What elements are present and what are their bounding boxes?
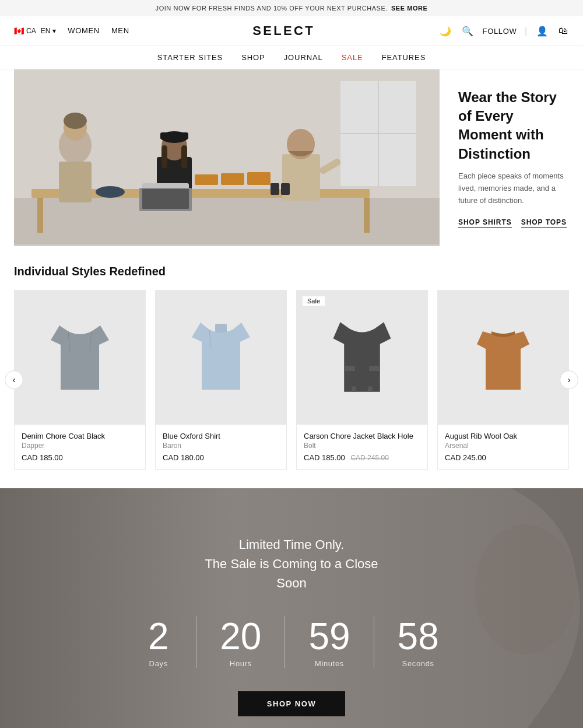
hero-section: Wear the Story of Every Moment with Dist…: [0, 69, 583, 246]
nav-features[interactable]: FEATURES: [382, 53, 426, 62]
locale-selector[interactable]: 🇨🇦 CA EN ▾: [14, 26, 56, 36]
hero-text-block: Wear the Story of Every Moment with Dist…: [458, 76, 569, 240]
product-price: CAD 185.00: [22, 453, 138, 462]
countdown-days: 2 Days: [121, 616, 196, 668]
countdown-heading-line1: Limited Time Only.: [239, 537, 345, 552]
product-brand: Arsenal: [445, 442, 561, 450]
header-right-actions: 🌙 🔍 FOLLOW | 👤 🛍: [438, 24, 569, 38]
lang-selector[interactable]: EN: [41, 27, 51, 35]
follow-link[interactable]: FOLLOW: [483, 27, 517, 36]
countdown-content: Limited Time Only. The Sale is Coming to…: [14, 535, 569, 716]
nav-journal[interactable]: JOURNAL: [284, 53, 323, 62]
product-image: [156, 290, 286, 425]
svg-rect-37: [368, 386, 372, 391]
nav-sale[interactable]: SALE: [342, 53, 363, 62]
main-nav: STARTER SITES SHOP JOURNAL SALE FEATURES: [0, 46, 583, 69]
svg-rect-17: [181, 145, 187, 169]
nav-men[interactable]: MEN: [111, 26, 129, 36]
shop-now-button[interactable]: SHOP NOW: [238, 691, 345, 716]
hero-body: Each piece speaks of moments lived, memo…: [458, 170, 569, 206]
product-name: August Rib Wool Oak: [445, 432, 561, 440]
countdown-days-number: 2: [144, 616, 173, 657]
countdown-seconds: 58 Seconds: [374, 616, 462, 668]
svg-rect-28: [271, 183, 279, 195]
svg-rect-15: [160, 132, 188, 139]
countdown-hours-label: Hours: [220, 659, 261, 668]
svg-rect-34: [344, 366, 355, 371]
product-image: [438, 290, 568, 425]
carousel-prev-button[interactable]: ‹: [5, 370, 23, 389]
countdown-timer: 2 Days 20 Hours 59 Minutes 58 Seconds: [14, 616, 569, 668]
lang-chevron-icon: ▾: [52, 27, 56, 35]
countdown-minutes-number: 59: [308, 616, 350, 657]
dark-mode-toggle[interactable]: 🌙: [438, 24, 452, 38]
product-card[interactable]: August Rib Wool Oak Arsenal CAD 245.00: [437, 290, 569, 470]
product-info: August Rib Wool Oak Arsenal CAD 245.00: [438, 425, 568, 469]
svg-point-27: [96, 186, 125, 198]
countdown-days-label: Days: [144, 659, 173, 668]
original-price: CAD 245.00: [350, 454, 388, 462]
countdown-seconds-label: Seconds: [398, 659, 439, 668]
countdown-heading-line2: The Sale is Coming to a Close: [205, 556, 378, 571]
locale-ca: CA: [26, 27, 36, 35]
topbar-link[interactable]: SEE MORE: [391, 5, 427, 12]
countdown-section: Limited Time Only. The Sale is Coming to…: [0, 488, 583, 728]
sale-price: CAD 185.00: [304, 453, 345, 462]
svg-rect-9: [59, 162, 92, 202]
product-brand: Bolt: [304, 442, 420, 450]
products-carousel: ‹ Denim Chore Coat Black Dapper: [14, 290, 569, 470]
products-section-title: Individual Styles Redefined: [14, 265, 569, 278]
product-card[interactable]: Sale Carson Chore Jacket Black Hole Bolt: [296, 290, 428, 470]
search-button[interactable]: 🔍: [461, 24, 475, 38]
svg-rect-33: [215, 324, 227, 332]
countdown-heading: Limited Time Only. The Sale is Coming to…: [14, 535, 569, 593]
account-button[interactable]: 👤: [535, 24, 549, 38]
svg-rect-3: [37, 198, 43, 233]
product-name: Denim Chore Coat Black: [22, 432, 138, 440]
top-bar: JOIN NOW FOR FRESH FINDS AND 10% OFF YOU…: [0, 0, 583, 16]
countdown-minutes: 59 Minutes: [285, 616, 374, 668]
svg-rect-25: [221, 173, 244, 185]
nav-starter-sites[interactable]: STARTER SITES: [157, 53, 223, 62]
products-section: Individual Styles Redefined ‹ Denim Chor…: [0, 246, 583, 488]
countdown-hours-number: 20: [220, 616, 261, 657]
svg-rect-26: [247, 172, 271, 185]
sale-badge: Sale: [303, 296, 325, 306]
svg-rect-29: [281, 183, 290, 195]
product-price: CAD 245.00: [445, 453, 561, 462]
svg-rect-20: [142, 189, 189, 209]
svg-rect-24: [195, 174, 218, 185]
countdown-minutes-label: Minutes: [308, 659, 350, 668]
topbar-message: JOIN NOW FOR FRESH FINDS AND 10% OFF YOU…: [156, 5, 388, 12]
svg-rect-16: [161, 145, 167, 169]
product-image: Sale: [297, 290, 427, 425]
nav-women[interactable]: WOMEN: [68, 26, 100, 36]
product-name: Carson Chore Jacket Black Hole: [304, 432, 420, 440]
header: 🇨🇦 CA EN ▾ WOMEN MEN SELECT 🌙 🔍 FOLLOW |…: [0, 16, 583, 46]
product-info: Denim Chore Coat Black Dapper CAD 185.00: [15, 425, 145, 469]
shop-tops-link[interactable]: SHOP TOPS: [521, 218, 567, 228]
countdown-seconds-number: 58: [398, 616, 439, 657]
shop-shirts-link[interactable]: SHOP SHIRTS: [458, 218, 512, 228]
countdown-heading-line3: Soon: [276, 576, 306, 590]
header-divider: |: [525, 26, 527, 36]
site-logo: SELECT: [252, 23, 315, 38]
product-brand: Baron: [163, 442, 279, 450]
flag-icon: 🇨🇦: [14, 26, 24, 36]
product-image: [15, 290, 145, 425]
hero-heading: Wear the Story of Every Moment with Dist…: [458, 88, 569, 164]
product-info: Carson Chore Jacket Black Hole Bolt CAD …: [297, 425, 427, 469]
carousel-next-button[interactable]: ›: [560, 370, 578, 389]
product-card[interactable]: Denim Chore Coat Black Dapper CAD 185.00: [14, 290, 146, 470]
svg-rect-35: [369, 366, 380, 371]
product-brand: Dapper: [22, 442, 138, 450]
svg-rect-4: [364, 198, 370, 233]
product-info: Blue Oxford Shirt Baron CAD 180.00: [156, 425, 286, 469]
hero-links: SHOP SHIRTS SHOP TOPS: [458, 218, 569, 228]
product-price: CAD 180.00: [163, 453, 279, 462]
nav-shop[interactable]: SHOP: [241, 53, 265, 62]
product-card[interactable]: Blue Oxford Shirt Baron CAD 180.00: [155, 290, 287, 470]
product-name: Blue Oxford Shirt: [163, 432, 279, 440]
svg-rect-1: [14, 198, 440, 244]
cart-button[interactable]: 🛍: [557, 24, 569, 37]
